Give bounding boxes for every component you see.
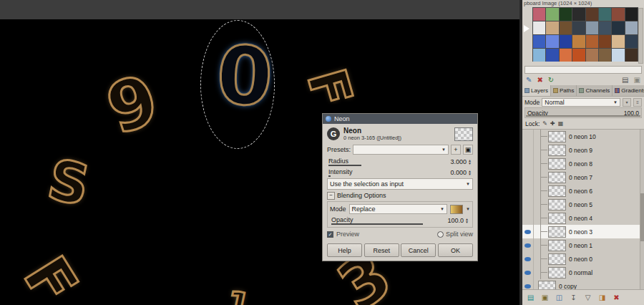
pattern-swatch[interactable] [586,35,598,48]
pattern-swatch[interactable] [533,49,545,62]
pattern-swatch[interactable] [599,35,611,48]
intensity-value[interactable]: 0.000 [451,169,467,176]
layer-thumbnail[interactable] [548,240,566,251]
pattern-swatch[interactable] [572,35,585,48]
patterns-scrollbar[interactable] [638,8,643,64]
split-view-checkbox[interactable] [437,231,444,238]
layer-row[interactable]: 0 neon 8 [522,157,644,170]
layer-thumbnail[interactable] [548,267,566,279]
tab-channels[interactable]: Channels [577,85,613,96]
mode-group-switch-button[interactable]: ▾ [623,98,631,107]
layer-row[interactable]: 0 neon 9 [522,143,644,157]
layer-mask-button[interactable]: ◨ [595,291,609,304]
pattern-swatch[interactable] [625,49,638,62]
visibility-toggle[interactable] [522,143,534,157]
duplicate-layer-button[interactable]: ◫ [552,291,566,304]
new-group-button[interactable]: ▣ [538,291,552,304]
delete-pattern-button[interactable]: ✖ [537,77,542,84]
layer-row[interactable]: 0 copy [522,279,644,289]
pattern-swatch[interactable] [612,49,624,62]
visibility-toggle[interactable] [522,238,534,252]
layer-name[interactable]: 0 neon 4 [569,215,592,222]
manage-presets-button[interactable]: ▣ [463,145,473,155]
lock-alpha-icon[interactable]: ▦ [558,121,564,127]
pattern-swatch[interactable] [612,8,624,21]
pattern-swatch[interactable] [572,49,585,62]
anchor-layer-button[interactable]: ↧ [567,291,580,304]
pattern-swatch[interactable] [546,49,558,62]
pattern-swatch[interactable] [560,49,572,62]
visibility-toggle[interactable] [522,225,534,238]
tab-gradients[interactable]: Gradients [613,85,644,96]
preview-checkbox[interactable]: ✓ [327,231,333,238]
visibility-toggle[interactable] [522,157,534,170]
pattern-swatch[interactable] [546,8,558,21]
layer-name[interactable]: 0 neon 0 [569,256,592,263]
visibility-toggle[interactable] [522,211,534,225]
layer-mode-dropdown[interactable]: Normal ▼ [542,98,620,107]
blend-mode-dropdown[interactable]: Replace ▼ [349,204,448,214]
layer-row[interactable]: 0 neon 3 [522,225,644,238]
pattern-swatch[interactable] [625,21,638,34]
pattern-swatch[interactable] [599,49,611,62]
tab-paths[interactable]: Paths [551,85,577,96]
layer-row[interactable]: 0 neon 6 [522,184,644,198]
dialog-titlebar[interactable]: Neon [323,114,477,124]
pattern-menu-button[interactable]: ▤ [622,77,628,84]
layer-thumbnail[interactable] [548,199,566,210]
opacity-slider[interactable]: Opacity 100.0 ▲▼ [330,216,470,225]
pattern-swatch[interactable] [625,8,638,21]
visibility-toggle[interactable] [522,170,534,184]
layer-name[interactable]: 0 neon 5 [569,201,592,208]
radius-slider[interactable]: Radius 3.000 ▲▼ [327,157,473,166]
blend-space-swatch[interactable] [450,205,463,214]
pattern-swatch[interactable] [586,49,598,62]
visibility-toggle[interactable] [522,198,534,211]
layer-row[interactable]: 0 neon 5 [522,198,644,211]
pattern-swatch[interactable] [599,8,611,21]
pattern-swatch[interactable] [533,8,545,21]
layer-row[interactable]: 0 neon 4 [522,211,644,225]
layer-thumbnail[interactable] [548,172,566,183]
reset-button[interactable]: Reset [364,243,399,257]
layer-name[interactable]: 0 neon 8 [569,160,592,168]
visibility-toggle[interactable] [522,130,534,143]
pattern-swatch[interactable] [546,21,558,34]
pattern-swatch[interactable] [599,21,611,34]
layer-thumbnail[interactable] [548,213,566,224]
chevron-down-icon[interactable]: ▼ [466,207,470,211]
scrollbar-thumb[interactable] [640,193,644,241]
layers-scrollbar[interactable] [640,130,644,289]
lock-position-icon[interactable]: ✚ [550,121,555,127]
pattern-swatch[interactable] [533,21,545,34]
layer-name[interactable]: 0 neon 7 [569,174,592,181]
layer-name[interactable]: 0 neon 3 [569,228,592,236]
input-source-dropdown[interactable]: Use the selection as input ▼ [327,178,473,190]
intensity-spinner[interactable]: ▲▼ [468,170,472,175]
layer-name[interactable]: 0 neon 6 [569,188,592,195]
pattern-swatch[interactable] [625,35,638,48]
intensity-slider[interactable]: Intensity 0.000 ▲▼ [327,168,473,177]
layer-name[interactable]: 0 copy [559,283,577,290]
layer-row[interactable]: 0 neon 7 [522,170,644,184]
collapse-blending-button[interactable]: − [327,192,335,200]
add-preset-button[interactable]: + [451,145,461,155]
layer-row[interactable]: 0 neon 10 [522,130,644,143]
layer-row[interactable]: 0 normal [522,266,644,279]
pattern-swatch[interactable] [586,8,598,21]
merge-down-button[interactable]: ▽ [581,291,595,304]
pattern-swatch[interactable] [572,8,585,21]
pattern-swatch[interactable] [612,21,624,34]
edit-pattern-button[interactable]: ✎ [526,77,532,84]
opacity-spinner[interactable]: ▲▼ [465,218,469,223]
radius-value[interactable]: 3.000 [451,158,467,165]
layer-name[interactable]: 0 neon 9 [569,147,592,154]
layer-thumbnail[interactable] [548,158,566,170]
open-as-image-button[interactable]: ▣ [634,77,640,84]
visibility-toggle[interactable] [522,184,534,198]
tab-layers[interactable]: Layers [522,85,551,96]
help-button[interactable]: Help [327,243,362,257]
pattern-swatch[interactable] [560,21,572,34]
visibility-toggle[interactable] [522,266,534,279]
visibility-toggle[interactable] [522,252,534,266]
